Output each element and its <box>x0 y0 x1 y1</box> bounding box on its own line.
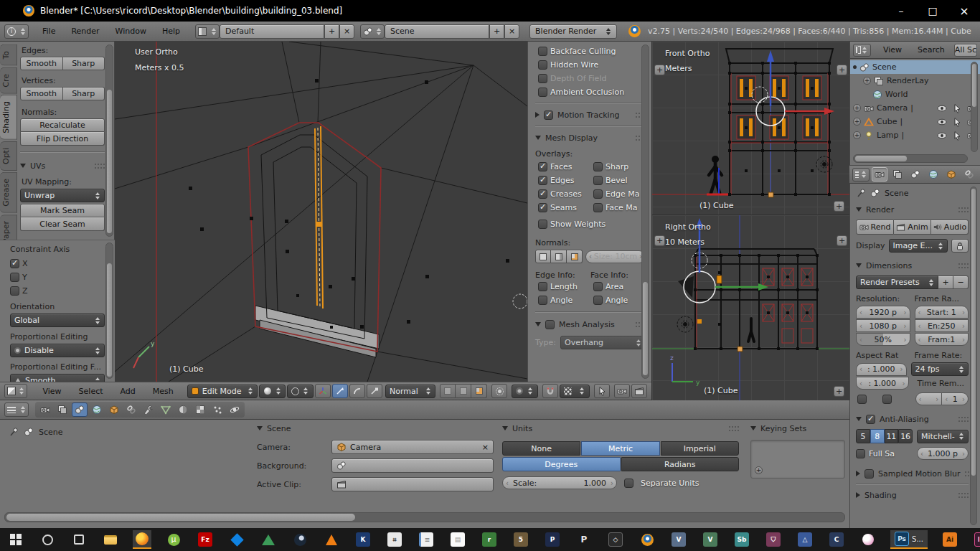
translate-manipulator-button[interactable] <box>332 384 348 398</box>
calculator-icon[interactable]: ⌗ <box>385 530 404 549</box>
layout-add-button[interactable]: + <box>324 24 339 39</box>
editor-type-outliner-button[interactable] <box>853 44 871 57</box>
region-expand-button[interactable]: + <box>834 201 844 212</box>
google-drive-icon[interactable] <box>259 530 278 549</box>
vlc-icon[interactable] <box>322 530 341 549</box>
layout-delete-button[interactable]: × <box>339 24 354 39</box>
app-icon[interactable]: ⛉ <box>764 530 783 549</box>
menu-mesh[interactable]: Mesh <box>145 387 182 396</box>
outliner-menu-view[interactable]: View <box>875 45 910 55</box>
tool-shelf-scrollbar[interactable] <box>105 44 113 237</box>
tab-world[interactable] <box>89 402 105 417</box>
scene-name-field[interactable]: Scene <box>385 24 489 39</box>
expand-icon[interactable]: + <box>853 118 861 126</box>
depth-of-field-checkbox[interactable] <box>538 74 547 83</box>
loose-normals-toggle[interactable] <box>551 250 567 263</box>
sourcetree-icon[interactable]: r <box>480 530 499 549</box>
resolution-y-field[interactable]: 1080 p <box>856 319 910 332</box>
keepass-icon[interactable]: K <box>354 530 372 549</box>
camera-field[interactable]: Camera× <box>331 440 494 454</box>
region-expand-button[interactable]: + <box>654 65 665 75</box>
frame-start-field[interactable]: Start: 1 <box>915 306 969 319</box>
app-icon[interactable]: Sb <box>732 530 751 549</box>
selectability-icon[interactable] <box>952 103 962 113</box>
menu-add[interactable]: Add <box>113 387 143 396</box>
layout-browse-button[interactable] <box>195 24 220 39</box>
expand-icon[interactable]: + <box>853 104 861 112</box>
utorrent-icon[interactable]: µ <box>164 530 183 549</box>
unity-icon[interactable]: ◇ <box>606 530 625 549</box>
illustrator-icon[interactable]: Ai <box>941 530 959 549</box>
scene-delete-button[interactable]: × <box>504 24 519 39</box>
audio-button[interactable]: Audio <box>931 220 969 235</box>
constraint-y-checkbox[interactable] <box>10 273 19 282</box>
separate-units-checkbox[interactable] <box>624 479 633 488</box>
orientation-menu[interactable]: Global <box>10 314 105 327</box>
outliner-row-world[interactable]: World <box>850 88 980 101</box>
scale-manipulator-button[interactable] <box>367 384 382 398</box>
face-angle-checkbox[interactable] <box>593 296 603 305</box>
tool-tab-create[interactable]: Cre <box>0 67 17 94</box>
program-p-dark-icon[interactable]: P <box>543 530 562 549</box>
tab-render-layers[interactable] <box>890 167 905 182</box>
rotate-manipulator-button[interactable] <box>349 384 365 398</box>
manipulator-axis-button[interactable] <box>315 384 331 398</box>
cortana-button[interactable] <box>38 530 57 549</box>
proportional-editing-menu[interactable]: Disable <box>10 344 105 357</box>
uvs-panel-header[interactable]: UVs <box>20 159 105 173</box>
notepad-icon[interactable]: ≡ <box>417 530 435 549</box>
unwrap-menu[interactable]: Unwrap <box>20 189 105 202</box>
show-weights-checkbox[interactable] <box>538 220 547 229</box>
units-radians-button[interactable]: Radians <box>621 457 740 471</box>
keying-sets-panel-header[interactable]: Keying Sets <box>750 421 845 435</box>
tab-physics[interactable] <box>227 402 242 417</box>
frame-step-field[interactable]: Fram:1 <box>915 333 969 346</box>
transform-orientation-select[interactable]: Normal <box>385 385 435 398</box>
scene-panel-header[interactable]: Scene <box>257 421 494 435</box>
viewport-front-ortho[interactable]: + + + Front Ortho Meters (1) Cube <box>651 42 849 215</box>
occlude-geometry-button[interactable] <box>491 384 507 398</box>
motion-blur-checkbox[interactable] <box>864 469 874 479</box>
lock-interface-button[interactable] <box>951 239 969 253</box>
vertices-smooth-button[interactable]: Smooth <box>20 87 63 100</box>
tab-render[interactable] <box>872 167 887 182</box>
tab-render[interactable] <box>37 402 53 417</box>
start-button[interactable] <box>6 530 25 549</box>
visibility-eye-icon[interactable] <box>937 131 947 141</box>
aa-size-field[interactable]: 1.000 p <box>917 447 969 460</box>
tab-scene[interactable] <box>908 167 923 182</box>
tab-material[interactable] <box>175 402 191 417</box>
tab-world[interactable] <box>925 167 941 182</box>
pivot-point-select[interactable] <box>287 385 313 398</box>
shading-panel-header[interactable]: Shading <box>856 488 969 502</box>
task-view-button[interactable] <box>70 530 88 549</box>
motion-blur-panel-header[interactable]: Sampled Motion Blur <box>856 466 969 481</box>
tool-tab-shading[interactable]: Shading <box>0 95 17 140</box>
selectability-icon[interactable] <box>952 131 962 141</box>
vertex-normals-toggle[interactable] <box>535 250 551 263</box>
region-expand-button[interactable]: + <box>654 235 665 246</box>
flip-direction-button[interactable]: Flip Direction <box>20 132 105 146</box>
tab-render-layers[interactable] <box>55 402 70 417</box>
filezilla-icon[interactable]: Fz <box>196 530 215 549</box>
aa-samples-16-button[interactable]: 16 <box>898 429 913 443</box>
krita-icon[interactable] <box>859 530 877 549</box>
outliner-row-scene[interactable]: Scene <box>850 60 980 74</box>
opengl-render-button[interactable] <box>614 384 630 398</box>
constraint-z-checkbox[interactable] <box>10 286 19 296</box>
sharp-checkbox[interactable] <box>593 162 603 171</box>
editor-type-3dview-button[interactable] <box>4 384 27 398</box>
app-icon[interactable]: V <box>669 530 688 549</box>
viewport-shading-select[interactable] <box>259 385 286 398</box>
motion-tracking-panel-header[interactable]: Motion Tracking <box>535 108 646 122</box>
bevel-checkbox[interactable] <box>593 176 603 185</box>
clear-icon[interactable]: × <box>482 443 489 452</box>
file-explorer-icon[interactable] <box>101 530 120 549</box>
unit-scale-slider[interactable]: Scale:1.000 <box>502 476 617 489</box>
resolution-percentage-slider[interactable]: 50% <box>856 333 910 346</box>
frame-rate-select[interactable]: 24 fps <box>911 362 969 376</box>
backface-culling-checkbox[interactable] <box>538 47 547 56</box>
time-remap-old-field[interactable] <box>915 392 943 405</box>
edges-sharp-button[interactable]: Sharp <box>63 57 105 70</box>
aa-samples-11-button[interactable]: 11 <box>885 429 899 443</box>
